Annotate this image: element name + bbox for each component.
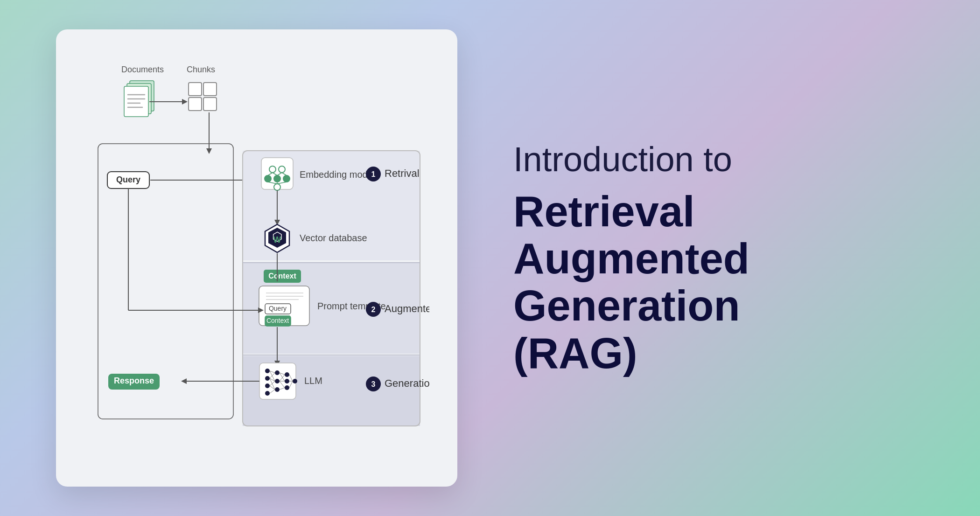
svg-point-31 (283, 175, 290, 182)
svg-text:3: 3 (371, 380, 376, 388)
svg-marker-8 (182, 99, 188, 105)
svg-text:Retrival: Retrival (385, 167, 420, 179)
svg-point-71 (265, 384, 270, 388)
svg-text:Context: Context (268, 272, 296, 280)
svg-point-27 (269, 166, 276, 173)
diagram-card: Documents Chunks (56, 29, 457, 487)
svg-point-76 (285, 372, 289, 377)
svg-point-70 (265, 376, 270, 381)
chunks-label: Chunks (187, 65, 215, 74)
svg-point-69 (265, 369, 270, 373)
text-panel: Introduction to Retrieval Augmented Gene… (457, 139, 924, 377)
vector-database-label: Vector database (300, 233, 367, 243)
llm-label: LLM (304, 376, 322, 386)
svg-point-75 (275, 387, 280, 392)
svg-text:1: 1 (371, 170, 376, 178)
svg-point-77 (285, 379, 289, 384)
svg-point-78 (285, 385, 289, 390)
svg-rect-9 (189, 83, 202, 96)
svg-text:W: W (273, 235, 281, 244)
svg-rect-11 (189, 98, 202, 111)
intro-text: Introduction to (513, 139, 924, 181)
svg-text:Generation: Generation (385, 377, 429, 389)
svg-text:Query: Query (116, 175, 140, 184)
svg-point-30 (274, 175, 280, 182)
svg-marker-14 (206, 148, 212, 154)
title-line1: Retrieval (513, 188, 695, 235)
svg-point-72 (265, 391, 270, 396)
svg-text:2: 2 (371, 306, 376, 314)
title-text: Retrieval Augmented Generation (RAG) (513, 188, 924, 377)
svg-rect-2 (124, 86, 148, 117)
svg-point-28 (279, 166, 285, 173)
svg-text:Context: Context (266, 317, 289, 324)
svg-point-73 (275, 370, 280, 375)
page-container: Documents Chunks (0, 0, 980, 516)
title-line3: Generation (513, 282, 740, 329)
svg-point-32 (274, 184, 280, 190)
svg-text:Response: Response (114, 376, 154, 385)
svg-rect-12 (203, 98, 217, 111)
svg-marker-101 (181, 378, 187, 384)
svg-rect-10 (203, 83, 217, 96)
title-line4: (RAG) (513, 329, 637, 377)
svg-point-79 (293, 379, 297, 384)
embedding-model-label: Embedding model (300, 169, 375, 180)
title-line2: Augmented (513, 235, 749, 282)
rag-diagram-svg: Documents Chunks (84, 57, 429, 459)
svg-point-74 (275, 379, 280, 384)
svg-text:Augmented: Augmented (385, 303, 429, 314)
documents-label: Documents (121, 65, 164, 74)
svg-point-29 (265, 175, 271, 182)
svg-text:Query: Query (269, 305, 287, 312)
